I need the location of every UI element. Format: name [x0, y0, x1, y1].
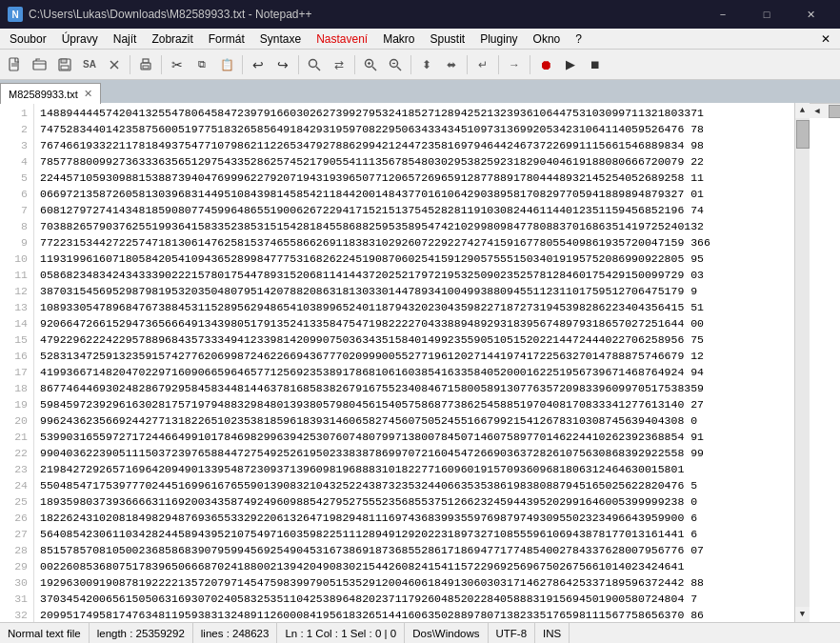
code-content[interactable]: 1488944445742041325547806458472397916603… [34, 103, 794, 622]
new-button[interactable] [4, 53, 27, 76]
code-line[interactable]: 9206647266152947365666491343980517913524… [40, 315, 789, 332]
menu-help[interactable]: ? [568, 29, 590, 50]
code-line[interactable]: 8515785708105002368586839079599456925490… [40, 542, 789, 558]
line-number: 20 [0, 412, 33, 429]
macro-rec-button[interactable]: ⏺ [534, 53, 557, 76]
scroll-track[interactable] [795, 118, 810, 607]
code-line[interactable]: 7038826579037625519936415833523853151542… [40, 218, 789, 234]
line-number: 5 [0, 170, 33, 186]
open-button[interactable] [29, 53, 51, 76]
code-line[interactable]: 1089330547896847673884531152895629486541… [40, 299, 789, 315]
code-line[interactable]: 4792296222422957889684357333494123398142… [40, 332, 789, 348]
code-line[interactable]: 3870315456952987981953203504807951420788… [40, 283, 789, 299]
menu-upravy[interactable]: Úpravy [54, 29, 106, 50]
menu-najit[interactable]: Najít [106, 29, 145, 50]
close-file-button[interactable] [103, 53, 126, 76]
svg-line-15 [372, 67, 376, 70]
maximize-button[interactable]: □ [745, 0, 789, 29]
status-encoding: UTF-8 [489, 623, 536, 643]
line-number: 31 [0, 591, 33, 607]
paste-button[interactable]: 📋 [215, 53, 238, 76]
code-line[interactable]: 1822624310208184982948769365533292206132… [40, 510, 789, 526]
code-line[interactable]: 0669721358726058130396831449510843981458… [40, 186, 789, 202]
save-button[interactable] [53, 53, 76, 76]
h-scroll-thumb[interactable] [829, 105, 840, 118]
macro-stop-button[interactable]: ⏹ [584, 53, 607, 76]
menu-soubor[interactable]: Soubor [2, 29, 54, 50]
code-line[interactable]: 7475283440142358756005197751832658564918… [40, 121, 789, 137]
find-replace-button[interactable]: ⇄ [328, 53, 350, 76]
code-line[interactable]: 5399031655972717244664991017846982996394… [40, 429, 789, 445]
code-line[interactable]: 7722315344272257471813061476258153746558… [40, 234, 789, 251]
code-line[interactable]: 5984597239296163028175719794883298480139… [40, 396, 789, 412]
toolbar-sep-5 [354, 55, 355, 74]
code-line[interactable]: 0586823483424343339022215780175447893152… [40, 267, 789, 283]
menu-zobrazit[interactable]: Zobrazit [144, 29, 200, 50]
code-line[interactable]: 5283134725913235915742776206998724622669… [40, 348, 789, 364]
status-line-ending: Dos\Windows [405, 623, 488, 643]
scroll-up-arrow[interactable]: ▲ [795, 103, 810, 118]
scroll-down-arrow[interactable]: ▼ [795, 607, 810, 622]
line-number: 4 [0, 153, 33, 170]
close-button[interactable]: ✕ [789, 0, 832, 29]
line-number: 26 [0, 510, 33, 526]
code-line[interactable]: 9904036223905111503723976588447275492526… [40, 445, 789, 461]
code-line[interactable]: 1193199616071805842054109436528998477753… [40, 251, 789, 267]
code-line[interactable]: 4199366714820470229716090665964657712569… [40, 364, 789, 380]
wrap-button[interactable]: ↵ [471, 53, 494, 76]
app-icon: N [8, 7, 23, 22]
code-line[interactable]: 6081279727414348185908077459964865519006… [40, 202, 789, 218]
redo-button[interactable]: ↪ [271, 53, 294, 76]
editor-main: 1234567891011121314151617181920212223242… [0, 103, 810, 622]
code-line[interactable]: 2198427292657169642094901339548723093713… [40, 461, 789, 477]
code-line[interactable]: 1893598037393666631169200343587492496098… [40, 493, 789, 510]
toolbar-sep-6 [410, 55, 411, 74]
code-line[interactable]: 7674661933221178184937547710798621122653… [40, 137, 789, 153]
menu-makro[interactable]: Makro [375, 29, 422, 50]
menu-close-button[interactable]: ✕ [813, 30, 838, 48]
sync-h-button[interactable]: ⬌ [440, 53, 463, 76]
menu-syntaxe[interactable]: Syntaxe [252, 29, 309, 50]
code-line[interactable]: 5504854717539777024451699616765590139083… [40, 477, 789, 493]
find-button[interactable] [303, 53, 326, 76]
code-line[interactable]: 3703454200656150506316930702405832535110… [40, 591, 789, 607]
zoom-out-button[interactable] [384, 53, 407, 76]
tab-close-icon[interactable]: ✕ [84, 88, 92, 100]
vertical-scrollbar[interactable]: ▲ ▼ [794, 103, 810, 622]
code-line[interactable]: 8677464469302482867929584583448144637816… [40, 380, 789, 396]
title-text: C:\Users\Lukas\Downloads\M82589933.txt -… [29, 8, 312, 21]
code-line[interactable]: 9962436235669244277131822651023538185961… [40, 412, 789, 429]
code-line[interactable]: 2099517495817476348119593831324891126000… [40, 607, 789, 622]
tab-file[interactable]: M82589933.txt ✕ [0, 83, 101, 104]
minimize-button[interactable]: − [701, 0, 745, 29]
menu-nastaveni[interactable]: Nastavení [309, 29, 375, 50]
save-all-button[interactable]: SA [78, 53, 101, 76]
code-line[interactable]: 1929630091908781922221357207971454759839… [40, 574, 789, 591]
menu-format[interactable]: Formát [201, 29, 252, 50]
line-number: 16 [0, 348, 33, 364]
code-line[interactable]: 7857788009927363336356512975433528625745… [40, 153, 789, 170]
line-number: 27 [0, 526, 33, 542]
copy-button[interactable]: ⧉ [190, 53, 213, 76]
cut-button[interactable]: ✂ [166, 53, 189, 76]
zoom-in-button[interactable] [359, 53, 382, 76]
scroll-left-arrow[interactable]: ◀ [810, 104, 825, 119]
title-bar-controls: − □ ✕ [701, 0, 832, 29]
print-button[interactable] [134, 53, 157, 76]
menu-pluginy[interactable]: Pluginy [472, 29, 525, 50]
code-line[interactable]: 5640854230611034282445894395210754971603… [40, 526, 789, 542]
menu-spustit[interactable]: Spustit [423, 29, 473, 50]
sync-v-button[interactable]: ⬍ [415, 53, 438, 76]
undo-button[interactable]: ↩ [247, 53, 270, 76]
horizontal-scrollbar[interactable]: ◀ ▶ [810, 103, 840, 118]
menu-okno[interactable]: Okno [526, 29, 569, 50]
code-line[interactable]: 2244571059309881538873940476999622792071… [40, 170, 789, 186]
line-number: 15 [0, 332, 33, 348]
scroll-thumb[interactable] [796, 120, 810, 149]
line-number: 23 [0, 461, 33, 477]
code-line[interactable]: 1488944445742041325547806458472397916603… [40, 105, 789, 121]
svg-rect-10 [143, 59, 149, 63]
macro-play-button[interactable]: ▶ [559, 53, 582, 76]
code-line[interactable]: 0022608536807517839650666870241880021394… [40, 558, 789, 574]
indent-button[interactable]: → [503, 53, 526, 76]
